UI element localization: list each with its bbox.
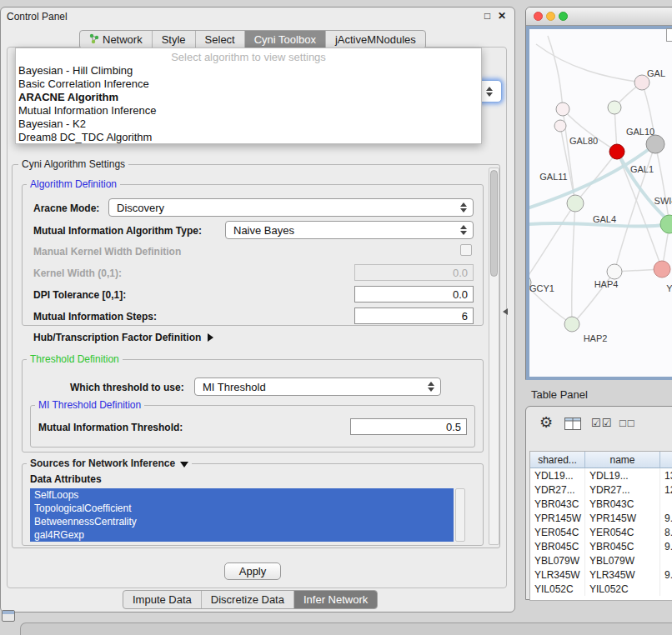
combo-arrows-icon [486, 87, 493, 97]
kernel-width-field[interactable]: 0.0 [354, 264, 474, 281]
aracne-mode-combo[interactable]: Discovery [108, 198, 474, 217]
table-cell[interactable] [660, 553, 672, 568]
combo-value: Naive Bayes [233, 224, 294, 237]
traffic-light-zoom-icon[interactable] [559, 12, 568, 21]
select-all-checkboxes-icon[interactable]: ☑☑ [591, 417, 612, 429]
tab-label: Select [205, 33, 235, 46]
table-cell[interactable]: YIL052C [585, 582, 660, 596]
gear-icon[interactable]: ⚙ [539, 413, 553, 432]
table-cell[interactable]: YBR045C [585, 539, 660, 553]
table-cell[interactable]: YBR045C [530, 539, 585, 553]
network-node[interactable] [607, 264, 622, 279]
table-row[interactable]: YPR145W YPR145W 9. [530, 511, 672, 525]
table-cell[interactable]: YDL19... [530, 468, 585, 482]
tab-discretize-data[interactable]: Discretize Data [201, 591, 293, 608]
table-panel-window: ⚙ ☑☑ □□ shared... name YDL19... YDL19...… [525, 406, 672, 600]
table-cell[interactable]: YLR345W [585, 568, 660, 582]
table-cell[interactable]: YER054C [585, 525, 660, 539]
table-cell[interactable]: 9. [660, 539, 672, 553]
table-cell[interactable]: YDR27... [585, 482, 660, 497]
table-cell[interactable]: 9. [660, 511, 672, 525]
table-cell[interactable]: YPR145W [530, 511, 585, 525]
attribute-list-item[interactable]: gal4RGexp [30, 528, 454, 542]
apply-button[interactable]: Apply [224, 562, 281, 580]
table-row[interactable]: YER054C YER054C 8. [530, 525, 672, 539]
mi-steps-field[interactable]: 6 [354, 308, 474, 324]
network-node[interactable] [654, 261, 670, 278]
table-cell[interactable]: YER054C [530, 525, 585, 539]
table-row[interactable]: YDR27... YDR27... 12 [530, 482, 672, 497]
column-header[interactable]: shared... [530, 452, 585, 468]
tab-select[interactable]: Select [195, 31, 244, 48]
settings-scrollbar-thumb[interactable] [490, 170, 498, 277]
network-node[interactable] [554, 120, 566, 132]
network-canvas[interactable]: GAL80 GAL10 GAL11 GAL1 SWI4 GAL4 GCY1 HA… [529, 29, 672, 377]
dpi-tolerance-field[interactable]: 0.0 [354, 286, 474, 302]
dropdown-item[interactable]: Bayesian - Hill Climbing [16, 64, 481, 78]
table-cell[interactable]: 9. [660, 568, 672, 582]
network-node[interactable] [608, 101, 621, 114]
table-cell[interactable]: YBL079W [530, 553, 585, 568]
table-cell[interactable]: 13 [660, 468, 672, 482]
which-threshold-combo[interactable]: MI Threshold [194, 378, 441, 396]
column-header[interactable] [660, 452, 672, 468]
table-cell[interactable]: YBL079W [585, 553, 660, 568]
table-cell[interactable]: 12 [660, 482, 672, 497]
attribute-list-item[interactable]: SelfLoops [30, 488, 454, 502]
table-cell[interactable]: YIL052C [530, 582, 585, 596]
table-cell[interactable]: YDL19... [585, 468, 660, 482]
tab-jactivemnodules[interactable]: jActiveMNodules [325, 31, 425, 48]
dropdown-item[interactable]: Dream8 DC_TDC Algorithm [16, 131, 481, 144]
dropdown-item[interactable]: Mutual Information Inference [16, 104, 481, 118]
network-node[interactable] [556, 102, 569, 116]
attribute-list-item[interactable]: BetweennessCentrality [30, 515, 454, 528]
splitter-arrow-icon[interactable] [503, 308, 508, 315]
network-scrollbar-thumb[interactable] [666, 28, 672, 42]
table-cell[interactable] [660, 497, 672, 511]
tab-style[interactable]: Style [152, 31, 195, 48]
table-cell[interactable]: YDR27... [530, 482, 585, 497]
dropdown-item[interactable]: Bayesian - K2 [16, 118, 481, 131]
dropdown-item[interactable]: Basic Correlation Inference [16, 78, 481, 91]
mi-threshold-field[interactable]: 0.5 [350, 418, 467, 435]
network-node[interactable] [564, 317, 579, 332]
table-cell[interactable]: YLR345W [530, 568, 585, 582]
tab-cyni-toolbox[interactable]: Cyni Toolbox [244, 31, 325, 48]
table-cell[interactable]: 8. [660, 525, 672, 539]
network-node-highlighted[interactable] [609, 144, 624, 159]
network-node[interactable] [567, 195, 584, 212]
float-window-icon[interactable]: □ [484, 11, 490, 21]
manual-kernel-width-checkbox[interactable] [460, 244, 472, 256]
network-node[interactable] [660, 215, 672, 233]
tab-infer-network[interactable]: Infer Network [293, 591, 377, 608]
tab-impute-data[interactable]: Impute Data [123, 591, 201, 608]
mi-algorithm-type-combo[interactable]: Naive Bayes [225, 221, 474, 239]
combo-arrows-icon [428, 382, 434, 392]
table-cell[interactable]: YPR145W [585, 511, 660, 525]
column-header[interactable]: name [585, 452, 660, 468]
traffic-light-close-icon[interactable] [534, 12, 543, 21]
attribute-list-item[interactable]: TopologicalCoefficient [30, 502, 454, 515]
deselect-all-checkboxes-icon[interactable]: □□ [619, 417, 636, 429]
network-window-titlebar[interactable] [526, 8, 672, 26]
table-row[interactable]: YDL19... YDL19... 13 [530, 468, 672, 482]
table-row[interactable]: YBR045C YBR045C 9. [530, 539, 672, 553]
attribute-list-scrollbar[interactable] [455, 488, 465, 542]
columns-icon[interactable] [564, 418, 581, 433]
traffic-light-minimize-icon[interactable] [546, 12, 555, 21]
table-cell[interactable] [660, 582, 672, 596]
dropdown-item-highlighted[interactable]: ARACNE Algorithm [16, 91, 481, 104]
table-row[interactable]: YBR043C YBR043C [530, 497, 672, 511]
network-node-selected[interactable] [646, 135, 664, 153]
sources-expander[interactable]: Sources for Network Inference [27, 458, 192, 469]
tab-label: Style [162, 33, 186, 46]
table-cell[interactable]: YBR043C [585, 497, 660, 511]
docked-panel-icon[interactable] [2, 610, 15, 622]
table-row[interactable]: YIL052C YIL052C [530, 582, 672, 596]
table-row[interactable]: YBL079W YBL079W [530, 553, 672, 568]
close-window-icon[interactable]: ✕ [498, 11, 506, 21]
table-row[interactable]: YLR345W YLR345W 9. [530, 568, 672, 582]
tab-network[interactable]: Network [80, 31, 152, 48]
hub-definition-expander[interactable]: Hub/Transcription Factor Definition [33, 332, 213, 343]
table-cell[interactable]: YBR043C [530, 497, 585, 511]
